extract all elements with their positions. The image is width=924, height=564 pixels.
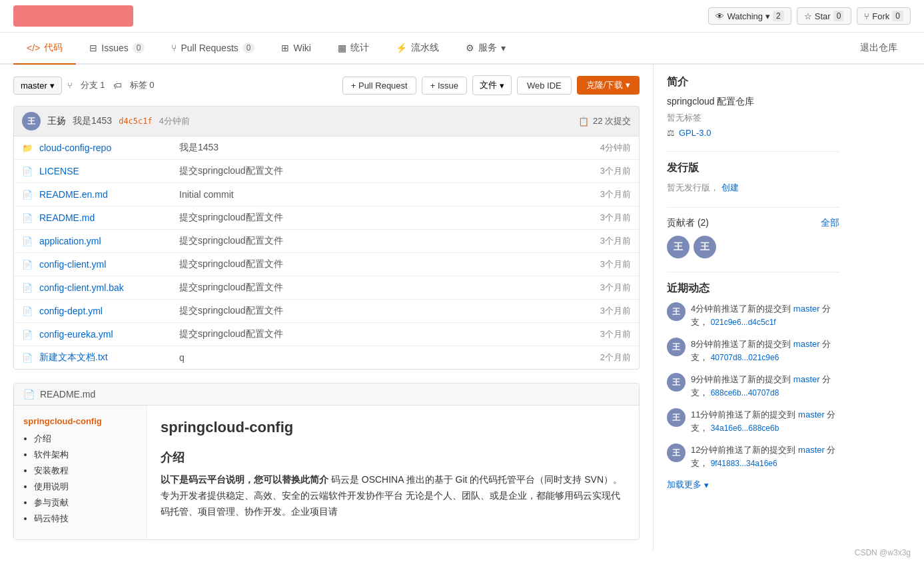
- contributors-all-link[interactable]: 全部: [821, 217, 839, 229]
- sidebar-activity-title: 近期动态: [667, 282, 839, 296]
- file-name[interactable]: README.en.md: [39, 189, 173, 200]
- stats-icon: ▦: [338, 43, 346, 53]
- file-time: 3个月前: [578, 235, 631, 247]
- activity-branch-link[interactable]: master: [798, 410, 825, 420]
- star-button[interactable]: ☆ Star 0: [797, 7, 852, 25]
- release-create-link[interactable]: 创建: [721, 182, 739, 194]
- readme-toc-title[interactable]: springcloud-config: [23, 416, 137, 426]
- folder-icon: 📁: [22, 143, 33, 153]
- activity-item: 王 8分钟前推送了新的提交到 master 分支， 40707d8...021c…: [667, 338, 839, 364]
- activity-text: 11分钟前推送了新的提交到 master 分支， 34a16e6...688ce…: [691, 408, 839, 434]
- issue-button[interactable]: + Issue: [422, 77, 467, 95]
- toolbar-right: + Pull Request + Issue 文件 ▾ Web IDE 克隆/下…: [342, 75, 640, 95]
- issues-badge: 0: [133, 43, 145, 53]
- file-name[interactable]: config-client.yml.bak: [39, 282, 173, 293]
- activity-avatar: 王: [667, 443, 686, 462]
- activity-branch-link[interactable]: master: [798, 445, 825, 455]
- activity-text: 4分钟前推送了新的提交到 master 分支， 021c9e6...d4c5c1…: [691, 302, 839, 328]
- nav-tabs: </> 代码 ⊟ Issues 0 ⑂ Pull Requests 0 ⊞ Wi…: [0, 33, 924, 65]
- activity-item: 王 9分钟前推送了新的提交到 master 分支， 688ce6b...4070…: [667, 373, 839, 399]
- clone-download-button[interactable]: 克隆/下载 ▾: [577, 76, 640, 95]
- web-ide-button[interactable]: Web IDE: [517, 77, 572, 95]
- left-content: master ▾ ⑂ 分支 1 🏷 标签 0 + Pull Request + …: [0, 65, 653, 551]
- activity-branch-link[interactable]: master: [793, 304, 820, 314]
- commit-hash[interactable]: d4c5c1f: [119, 117, 153, 126]
- tab-exit[interactable]: 退出仓库: [847, 33, 911, 65]
- readme-header: 📄 README.md: [14, 384, 639, 406]
- table-row: 📄 config-client.yml 提交springcloud配置文件 3个…: [14, 253, 639, 276]
- readme-section1-title: 介绍: [161, 449, 626, 465]
- activity-hash-link[interactable]: 688ce6b...40707d8: [711, 388, 779, 398]
- file-name[interactable]: 新建文本文档.txt: [39, 352, 173, 364]
- toc-item[interactable]: 使用说明: [34, 481, 137, 493]
- tab-pipeline[interactable]: ⚡ 流水线: [382, 33, 452, 65]
- readme-main-title: springcloud-config: [161, 419, 626, 436]
- activity-hash-link[interactable]: 021c9e6...d4c5c1f: [711, 318, 776, 327]
- file-icon: 📄: [22, 213, 33, 223]
- branch-chevron-icon: ▾: [50, 81, 55, 91]
- logo: [13, 5, 133, 27]
- tab-pullrequests[interactable]: ⑂ Pull Requests 0: [158, 33, 268, 64]
- activity-hash-link[interactable]: 40707d8...021c9e6: [711, 353, 779, 362]
- activity-item: 王 12分钟前推送了新的提交到 master 分支， 9f41883...34a…: [667, 443, 839, 469]
- activity-hash-link[interactable]: 34a16e6...688ce6b: [711, 423, 779, 433]
- release-row: 暂无发行版， 创建: [667, 182, 839, 194]
- activity-item: 王 4分钟前推送了新的提交到 master 分支， 021c9e6...d4c5…: [667, 302, 839, 328]
- pull-request-button[interactable]: + Pull Request: [342, 77, 416, 95]
- file-icon: 📄: [22, 306, 33, 316]
- file-name[interactable]: README.md: [39, 212, 173, 223]
- file-commit-msg: 提交springcloud配置文件: [179, 328, 571, 340]
- tag-count: 标签 0: [130, 79, 155, 91]
- file-commit-msg: q: [179, 352, 571, 363]
- sidebar-license: ⚖ GPL-3.0: [667, 128, 839, 138]
- file-name[interactable]: config-eureka.yml: [39, 329, 173, 340]
- activity-branch-link[interactable]: master: [793, 339, 820, 349]
- sidebar-release: 发行版 暂无发行版， 创建: [667, 161, 839, 194]
- sidebar-license-link[interactable]: GPL-3.0: [679, 128, 711, 138]
- branch-selector[interactable]: master ▾: [13, 77, 62, 95]
- eye-icon: 👁: [715, 11, 724, 21]
- right-sidebar: 简介 springcloud 配置仓库 暂无标签 ⚖ GPL-3.0 发行版 暂…: [653, 65, 853, 551]
- toc-item[interactable]: 安装教程: [34, 465, 137, 477]
- toc-item[interactable]: 软件架构: [34, 449, 137, 461]
- watching-button[interactable]: 👁 Watching ▾ 2: [708, 7, 791, 25]
- toc-item[interactable]: 介绍: [34, 433, 137, 445]
- fork-button[interactable]: ⑂ Fork 0: [857, 7, 911, 25]
- contributor-avatar[interactable]: 王: [667, 236, 690, 258]
- tab-wiki[interactable]: ⊞ Wiki: [268, 33, 324, 64]
- activity-avatar: 王: [667, 373, 686, 392]
- file-name[interactable]: config-client.yml: [39, 259, 173, 270]
- services-icon: ⚙: [466, 43, 474, 53]
- table-row: 📁 cloud-config-repo 我是1453 4分钟前: [14, 137, 639, 160]
- top-bar: 👁 Watching ▾ 2 ☆ Star 0 ⑂ Fork 0: [0, 0, 924, 33]
- file-button[interactable]: 文件 ▾: [472, 75, 512, 95]
- sidebar-intro-text: springcloud 配置仓库: [667, 96, 839, 108]
- activity-branch-link[interactable]: master: [793, 374, 820, 384]
- logo-area: [13, 5, 133, 27]
- tab-stats[interactable]: ▦ 统计: [324, 33, 382, 65]
- file-commit-msg: 我是1453: [179, 142, 571, 154]
- activity-avatar: 王: [667, 302, 686, 321]
- file-name[interactable]: LICENSE: [39, 166, 173, 176]
- file-name[interactable]: cloud-config-repo: [39, 142, 173, 153]
- file-time: 3个月前: [578, 282, 631, 294]
- file-name[interactable]: application.yml: [39, 236, 173, 246]
- tab-issues[interactable]: ⊟ Issues 0: [76, 33, 158, 64]
- load-more-button[interactable]: 加载更多 ▾: [667, 479, 839, 491]
- readme-filename: README.md: [40, 389, 95, 400]
- tab-code[interactable]: </> 代码: [13, 33, 76, 65]
- tab-services[interactable]: ⚙ 服务 ▾: [452, 33, 519, 65]
- table-row: 📄 config-client.yml.bak 提交springcloud配置文…: [14, 276, 639, 300]
- toc-item[interactable]: 参与贡献: [34, 497, 137, 509]
- contributors-header: 贡献者 (2) 全部: [667, 217, 839, 229]
- activity-hash-link[interactable]: 9f41883...34a16e6: [711, 459, 777, 468]
- toc-item[interactable]: 码云特技: [34, 513, 137, 525]
- license-icon: ⚖: [667, 128, 675, 138]
- contributor-avatar[interactable]: 王: [693, 236, 716, 258]
- file-commit-msg: 提交springcloud配置文件: [179, 212, 571, 224]
- fork-icon: ⑂: [864, 11, 869, 21]
- commit-count: 📋 22 次提交: [578, 115, 631, 127]
- file-commit-msg: 提交springcloud配置文件: [179, 235, 571, 247]
- file-icon: 📄: [22, 190, 33, 200]
- file-name[interactable]: config-dept.yml: [39, 306, 173, 316]
